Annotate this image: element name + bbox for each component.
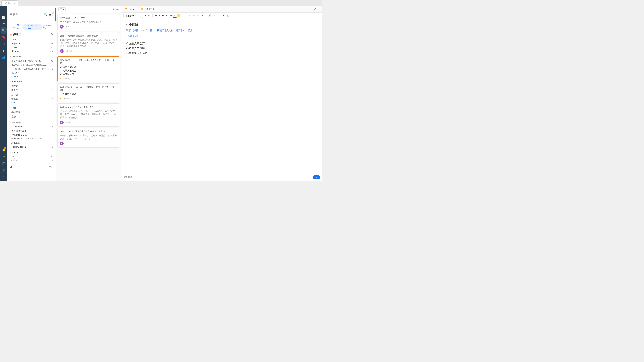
filter-panel: ☰ 🔍 📤 分享 新的筆記 ▾ ⊟ ▤ 所有 › ✕ Referenc <box>8 6 56 181</box>
filter-book-ruth[interactable]: 路得記 1 <box>8 92 56 97</box>
sidebar-icon-search[interactable]: 🔍 <box>1 27 7 33</box>
font-highlight-button[interactable]: A <box>177 14 180 17</box>
sidebar-icon-sync[interactable]: ↻ <box>1 153 7 160</box>
filter-notebook-header[interactable]: ▾ Notebook <box>8 120 56 125</box>
note-card[interactable]: 詩篇 1：1–3 丁道爾舊約聖經註釋──詩篇（卷上/下） 第一個字蒙福(Bles… <box>57 128 120 148</box>
filter-resource-2[interactable]: 腓利門書（繁體）萊克姆研究註釋叢書——L... 15 <box>8 63 56 67</box>
filter-notebook-ephesians[interactable]: 歸納式聖經研究 | 以弗所書 1：15–23 2 <box>8 137 56 141</box>
italic-button[interactable]: I <box>158 14 161 17</box>
filter-search-icon[interactable]: 🔍 <box>51 33 54 36</box>
sidebar-icon-profile[interactable]: 👤 <box>1 167 7 173</box>
clear-format-button[interactable]: ✕ <box>222 14 226 17</box>
view-toggle-icon[interactable]: ▤ <box>13 25 16 29</box>
note-card[interactable]: 詩篇 1 丁道爾舊約聖經註釋──詩篇（卷上/下） 這篇詩很可能是特別爲整卷詩篇所… <box>57 32 120 55</box>
indent-less-button[interactable]: ⇤ <box>196 14 200 17</box>
filter-resource-more[interactable]: more » <box>8 75 56 78</box>
filter-tag-devotion[interactable]: 靈修 1 <box>8 114 56 119</box>
notes-view-button[interactable]: ☰ ▾ <box>58 7 66 11</box>
filter-book-samuel[interactable]: 撒母耳記上 1 <box>8 97 56 101</box>
list-ol-button[interactable]: ☷ <box>192 14 196 17</box>
filter-notebook-sermon[interactable]: 講道例題 1 <box>8 141 56 145</box>
font-color-button[interactable]: A <box>173 13 177 18</box>
sidebar-icon-collapse[interactable]: ‹ <box>1 174 7 180</box>
list-ul-button[interactable]: ☰ <box>187 14 191 17</box>
note-card[interactable]: 詩篇 1 詩篇（一～二十篇）：稱頌顧念人的神（研習本）（繁體） 不要與惡人同聚 … <box>57 83 120 102</box>
filter-resource-3[interactable]: 中文新標點和合本研讀本聖經(神版)—使徒行... 8 <box>8 67 56 71</box>
image-button[interactable]: 🖼 <box>226 14 230 17</box>
add-stop-link[interactable]: + 添加停駐點 <box>126 35 317 38</box>
font-size-select[interactable]: 10 <box>142 14 151 18</box>
tab-notes[interactable]: 📝 筆記 ✕ <box>1 0 18 6</box>
sidebar-icon-community[interactable]: 👥 <box>1 54 7 60</box>
filter-notebook-daily[interactable]: 每日靈修筆記本 31 <box>8 129 56 133</box>
indent-more-button[interactable]: ⇥ <box>200 14 204 17</box>
sidebar-icon-cart[interactable]: 🛒 <box>1 160 7 166</box>
bold-button[interactable]: B <box>154 14 158 17</box>
underline-button[interactable]: U <box>161 14 165 17</box>
filter-author-header[interactable]: ▾ Author <box>8 150 56 155</box>
tab-close-button[interactable]: ✕ <box>13 2 15 4</box>
note-card-active[interactable]: 詩篇 1 詩篇（一～二十篇）：稱頌顧念人的神（研習本）（繁體） 不從惡人的記謀不… <box>57 56 120 82</box>
breadcrumb-tag-close[interactable]: ✕ <box>25 26 26 28</box>
filter-notebook-proverbs[interactable]: Proverbs 2:1-15 4 <box>8 133 56 137</box>
filter-book-genesis[interactable]: 創世記 4 <box>8 84 56 88</box>
filter-resource-1[interactable]: 中文聖經和合本（神版・繁體） 58 <box>8 59 56 63</box>
sidebar-icon-home[interactable]: ⌂ <box>1 7 7 13</box>
filter-tag-small-group[interactable]: 小組查經 1 <box>8 110 56 114</box>
section-chevron-icon[interactable]: ▾ <box>126 23 127 26</box>
filter-trash[interactable]: 🗑 丟棄 <box>8 164 56 169</box>
filter-type-highlights[interactable]: Highlights 106 <box>8 41 56 45</box>
highlight-color-button[interactable]: 🏷 <box>124 7 128 11</box>
note-time: 2年前 <box>64 25 69 28</box>
notes-sort-label[interactable]: 由 出處 <box>112 8 119 11</box>
filter-tags-header[interactable]: ▾ Tags <box>8 106 56 110</box>
tt-button[interactable]: Tt <box>169 14 173 17</box>
chevron-down-icon: ▾ <box>10 107 10 109</box>
sidebar-icon-notes[interactable]: 📝 <box>1 14 7 20</box>
link-button[interactable]: 🔗 <box>208 14 212 17</box>
search-input[interactable] <box>13 13 42 16</box>
filter-notebook-none[interactable]: No Notebook 118 <box>8 125 56 129</box>
filter-author-others[interactable]: Others 4 <box>8 159 56 162</box>
chevron-down-icon: ▾ <box>10 56 10 58</box>
filter-icon[interactable]: ⊟ <box>10 25 12 29</box>
tag-submit-button[interactable]: → <box>314 175 320 179</box>
notebook-selector[interactable]: 📒 設定筆記本 ▾ <box>139 7 158 11</box>
filter-book-deuteronomy[interactable]: 申命記 3 <box>8 88 56 92</box>
filter-notebook-hebrew[interactable]: Hebrew lesson 1 <box>8 145 56 149</box>
font-family-select[interactable]: 預設 (Sour... <box>124 14 141 18</box>
note-meta: A <box>60 142 118 145</box>
sidebar-icon-apps[interactable]: ⊞ <box>1 41 7 47</box>
filter-type-notes[interactable]: Notes 45 <box>8 45 56 49</box>
chevron-down-icon: ▾ <box>10 81 10 82</box>
reference-link[interactable]: 詩篇 1 詩篇（一～二十篇）：稱頌顧念人的神（研習本）（繁體） <box>126 29 194 32</box>
sidebar-icon-bookmark[interactable]: 🔖 <box>1 34 7 40</box>
strikethrough-button[interactable]: S <box>165 14 168 17</box>
sidebar-icon-notification[interactable]: 🔔 4 <box>1 147 7 153</box>
subscript-button[interactable]: X₂ <box>213 14 217 17</box>
sidebar-icon-bible[interactable]: ✝ <box>1 21 7 27</box>
note-body[interactable]: 不從惡人的記謀 不站罪人的道路 不坐褻慢人的座位 <box>126 41 317 55</box>
tab-add-button[interactable]: + <box>18 1 22 5</box>
note-card[interactable]: 詩篇 1：1–2 全心敬拜：詩篇上（繁體） 「有福」這個詞是亞設（asher），… <box>57 103 120 126</box>
expand-icon[interactable]: ⛶ <box>318 8 320 10</box>
tag-input[interactable] <box>124 176 314 179</box>
breadcrumb-all[interactable]: 所有 <box>17 24 21 30</box>
filter-type-responses[interactable]: Responses 6 <box>8 49 56 53</box>
superscript-button[interactable]: X² <box>217 14 221 17</box>
filter-resource-cuvnp[interactable]: CUVNP 4 <box>8 71 56 75</box>
editor-actions: ✓ ⛶ <box>314 7 320 11</box>
filter-type-header[interactable]: ▾ Type <box>8 37 56 41</box>
align-button[interactable]: ≡ <box>184 14 187 17</box>
icon-sidebar: ⌂ 📝 ✝ 🔍 🔖 ⊞ ◧ 👥 🔔 4 ↻ 🛒 👤 ‹ <box>0 6 8 181</box>
filter-bible-book-header[interactable]: ▾ Bible Book <box>8 79 56 84</box>
filter-author-you[interactable]: You 153 <box>8 155 56 159</box>
menu-icon[interactable]: ☰ <box>10 13 12 16</box>
share-button[interactable]: 📤 分享 <box>48 11 54 17</box>
filter-bible-more[interactable]: more » <box>8 101 56 104</box>
circle-check-button[interactable]: ⊘ ▾ <box>129 7 135 11</box>
filter-resource-header[interactable]: ▾ Resource <box>8 54 56 59</box>
note-card[interactable]: 撒母耳記上 17：40 CUVNP 他手中拿杖，又在溪中挑選了五塊光滑石子 A … <box>57 14 120 31</box>
search-icon[interactable]: 🔍 <box>44 13 47 16</box>
sidebar-icon-highlight[interactable]: ◧ <box>1 48 7 54</box>
